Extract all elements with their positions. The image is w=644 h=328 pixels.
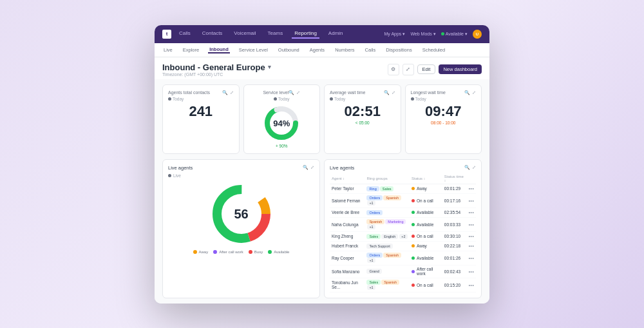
metrics-row: Agents total contacts 🔍 ⤢ Today 241 Serv… [162,84,482,154]
expand-icon-service[interactable]: ⤢ [296,90,300,95]
page-title-area: Inbound - General Europe ▾ Timezone: (GM… [162,63,271,77]
status-dot [412,199,415,202]
donut-center-value: 56 [234,206,248,221]
legend-dot-away [193,250,197,254]
agent-more-cell[interactable]: ••• [467,184,476,193]
status-dot [412,284,415,287]
nav-teams[interactable]: Teams [265,29,286,39]
nav-voicemail[interactable]: Voicemail [231,29,258,39]
subnav-dispositions[interactable]: Dispositions [384,47,413,53]
agent-time-cell: 00:03:33 [442,217,467,231]
col-status-time[interactable]: Status time ↕ [442,173,467,184]
nav-my-apps[interactable]: My Apps ▾ [384,32,406,37]
agent-tags-cell: SalesEnglish+2 [365,231,410,241]
agent-name-cell: Salomé Fernan [330,193,365,207]
nav-web-mods[interactable]: Web Mods ▾ [410,32,435,37]
agent-tags-cell: Orders [365,207,410,217]
agent-more-cell[interactable]: ••• [467,278,476,292]
subnav-numbers[interactable]: Numbers [334,47,355,53]
search-icon-service[interactable]: 🔍 [289,90,294,95]
agent-tags-cell: RingSales [365,184,410,193]
settings-button[interactable]: ⚙ [388,64,399,75]
expand-icon-longest[interactable]: ⤢ [472,90,476,95]
table-row: Naha ColungaSpanishMarketing+1Available0… [330,217,476,231]
expand-icon-table[interactable]: ⤢ [472,165,476,170]
subnav-outbound[interactable]: Outbound [277,47,301,53]
search-icon-contacts[interactable]: 🔍 [222,90,228,95]
subnav-agents[interactable]: Agents [308,47,326,53]
nav-admin[interactable]: Admin [326,29,346,39]
table-row: Ray CooperOrdersSpanish+1Available00:01:… [330,251,476,265]
col-ring-groups[interactable]: Ring groups [365,173,410,184]
nav-calls[interactable]: Calls [176,29,193,39]
metric-longest-wait: Longest wait time 🔍 ⤢ Today 09:47 08:00 … [405,84,482,154]
agent-more-cell[interactable]: ••• [467,231,476,241]
subnav-live[interactable]: Live [162,47,174,53]
agent-time-cell: 00:15:20 [442,278,467,292]
col-agent[interactable]: Agent ↕ [330,173,365,184]
agent-more-cell[interactable]: ••• [467,193,476,207]
subnav-service-level[interactable]: Service Level [238,47,269,53]
nav-available[interactable]: Available ▾ [441,32,468,37]
status-dot [412,256,415,260]
status-dot [412,211,415,214]
agent-status-cell: Away [410,241,442,251]
legend-dot-busy [249,250,252,254]
metric-avg-wait: Average wait time 🔍 ⤢ Today 02:51 < 05:0… [324,84,401,154]
nav-contacts[interactable]: Contacts [200,29,225,39]
agent-tags-cell: SpanishMarketing+1 [365,217,410,231]
agents-table: Agent ↕ Ring groups Status ↕ Status time… [330,173,476,293]
status-dot [412,223,415,226]
new-dashboard-button[interactable]: New dashboard [439,64,482,74]
agent-tags-cell: SalesSpanish+1 [365,278,410,292]
agent-name-cell: Sofia Manzano [330,265,365,278]
nav-reporting[interactable]: Reporting [292,29,319,39]
agent-more-cell[interactable]: ••• [467,217,476,231]
search-icon-table[interactable]: 🔍 [464,165,470,170]
agent-status-cell: Away [410,184,442,193]
col-status[interactable]: Status ↕ [410,173,442,184]
agent-tags-cell: OrdersSpanish+1 [365,251,410,265]
title-chevron[interactable]: ▾ [268,64,271,70]
service-level-value: 94% [273,118,290,128]
fullscreen-button[interactable]: ⤢ [402,64,414,75]
status-dot [412,235,415,238]
metric-value-contacts: 241 [168,104,234,119]
agent-status-cell: Available [410,251,442,265]
search-icon-avg[interactable]: 🔍 [384,90,390,95]
subnav-calls[interactable]: Calls [364,47,377,53]
agent-name-cell: Hubert Franck [330,241,365,251]
metric-service-level: Service level 🔍 ⤢ Today [243,84,321,154]
expand-icon-donut[interactable]: ⤢ [310,165,314,170]
metric-label-longest: Longest wait time [411,90,446,95]
subnav-inbound[interactable]: Inbound [208,46,230,53]
live-agents-big-donut: 56 [168,182,314,246]
expand-icon-avg[interactable]: ⤢ [392,90,395,95]
agent-name-cell: Veerle de Bree [330,207,365,217]
agent-more-cell[interactable]: ••• [467,251,476,265]
edit-button[interactable]: Edit [417,64,436,74]
agent-more-cell[interactable]: ••• [467,265,476,278]
agent-more-cell[interactable]: ••• [467,241,476,251]
table-row: Sofia ManzanoGrandAfter call work00:02:4… [330,265,476,278]
table-row: Hubert FranckTech SupportAway00:22:18••• [330,241,476,251]
agent-status-cell: On a call [410,193,442,207]
agent-status-cell: Available [410,207,442,217]
sub-nav: Live Explore Inbound Service Level Outbo… [155,43,489,57]
subnav-explore[interactable]: Explore [182,47,200,53]
donut-sub-dot [168,174,171,177]
search-icon-longest[interactable]: 🔍 [464,90,470,95]
user-avatar[interactable]: U [473,30,482,39]
agent-more-cell[interactable]: ••• [467,207,476,217]
legend-available: Available [268,250,289,254]
subnav-scheduled[interactable]: Scheduled [421,47,446,53]
agent-time-cell: 00:22:18 [442,241,467,251]
search-icon-donut[interactable]: 🔍 [303,165,308,170]
bottom-row: Live agents 🔍 ⤢ Live [162,159,482,298]
agent-name-cell: King Zheng [330,231,365,241]
table-wrapper: Agent ↕ Ring groups Status ↕ Status time… [330,173,476,293]
service-badge: + 90% [276,144,288,148]
longest-wait-badge: 08:00 - 10:00 [411,121,477,125]
table-row: King ZhengSalesEnglish+2On a call00:30:1… [330,231,476,241]
expand-icon-contacts[interactable]: ⤢ [230,90,234,95]
